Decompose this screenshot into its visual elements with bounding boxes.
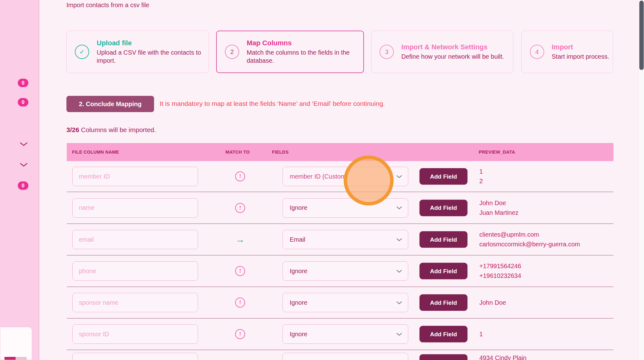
field-select[interactable]: Ignore [283,293,408,312]
field-select[interactable] [283,353,408,360]
columns-count-text: Columns will be imported. [79,126,156,133]
step-card-import-network-settings[interactable]: 3 Import & Network Settings Define how y… [371,31,513,73]
preview-line: John Doe [479,298,506,308]
preview-line: 2 [479,176,483,186]
chevron-down-icon [396,238,402,241]
field-select-value: Ignore [283,331,396,338]
preview-data: 4934 Cindy Plain [479,350,526,360]
columns-count: 3/26 [66,126,79,133]
field-select-value: Ignore [283,268,396,275]
scrollbar-thumb[interactable] [639,1,644,70]
step-card-import[interactable]: 4 Import Start import process. [521,31,613,73]
header-match-to: MATCH TO [225,143,250,161]
preview-data: 1 [479,318,483,350]
preview-line: 4934 Cindy Plain [479,353,526,360]
preview-line: clientes@upmlm.com [479,230,580,239]
field-select[interactable]: Ignore [283,198,408,218]
step-number-icon: 3 [380,45,394,59]
step-title: Map Columns [247,39,358,47]
page-title: Import contacts from a csv file [66,2,149,9]
notification-badge: 0 [18,181,28,190]
file-column-name-input[interactable] [72,324,198,344]
notification-badge: 0 [18,98,28,106]
field-select[interactable]: Ignore [283,261,408,281]
add-field-button[interactable]: Add Field [419,294,467,311]
table-row: ! Ignore Add Field John Doe [67,287,613,318]
chevron-down-icon[interactable] [19,162,28,169]
collapsed-panel[interactable] [0,327,32,360]
table-row: ! Ignore Add Field 1 [67,318,613,350]
check-icon: ✓ [75,45,89,59]
notification-badge: 0 [18,79,28,87]
warning-icon: ! [235,171,245,181]
preview-data: John Doe [479,287,506,318]
step-description: Define how your network will be built. [401,52,504,61]
chevron-down-icon [396,333,402,336]
field-select-value: Ignore [283,299,396,306]
add-field-button[interactable]: Add Field [419,200,467,216]
field-select-value: member ID (Custom) [283,173,396,180]
field-select-value: Email [283,236,396,243]
preview-line: +17991564246 [479,261,521,271]
matched-arrow-icon: → [235,234,245,244]
header-preview-data: PREVIEW_DATA [479,143,515,161]
step-number-icon: 2 [225,45,239,59]
warning-icon: ! [235,266,245,276]
step-title: Upload file [97,39,206,47]
step-card-upload-file[interactable]: ✓ Upload file Upload a CSV file with the… [66,31,209,73]
mini-progress-bar-filled [4,357,16,360]
preview-line: +19610232634 [479,271,521,281]
field-select[interactable]: Email [283,230,408,249]
field-select[interactable]: member ID (Custom) [283,167,408,186]
preview-data: clientes@upmlm.com carlosmccormick@berry… [479,224,580,255]
step-description: Start import process. [552,52,609,61]
preview-data: 1 2 [479,161,483,192]
field-select-value: Ignore [283,204,396,211]
warning-icon: ! [235,203,245,213]
preview-data: +17991564246 +19610232634 [479,255,521,287]
chevron-down-icon [396,175,402,178]
field-select[interactable]: Ignore [283,324,408,344]
table-row: ! Ignore Add Field John Doe Juan Martine… [67,192,613,224]
warning-icon: ! [235,329,245,339]
file-column-name-input[interactable] [72,293,198,312]
table-row: ! member ID (Custom) Add Field 1 2 [67,161,613,192]
step-description: Match the columns to the fields in the d… [247,48,358,65]
step-title: Import [552,43,609,51]
file-column-name-input[interactable] [72,198,198,218]
table-header: FILE COLUMN NAME MATCH TO FIELDS PREVIEW… [67,143,613,161]
file-column-name-input[interactable] [72,230,198,249]
mandatory-mapping-warning: It is mandatory to map at least the fiel… [160,100,385,107]
mini-progress-bar-track [16,357,27,360]
step-description: Upload a CSV file with the contacts to i… [97,48,206,65]
preview-line: Juan Martinez [479,208,519,218]
header-file-column-name: FILE COLUMN NAME [72,143,119,161]
step-number-icon: 4 [530,45,544,59]
step-title: Import & Network Settings [401,43,504,51]
file-column-name-input[interactable] [72,353,198,360]
table-row: Add Field 4934 Cindy Plain [67,350,613,360]
preview-data: John Doe Juan Martinez [479,192,519,224]
add-field-button[interactable]: Add Field [419,263,467,279]
add-field-button[interactable]: Add Field [419,326,467,343]
preview-line: 1 [479,167,483,176]
chevron-down-icon [396,269,402,273]
chevron-down-icon[interactable] [19,142,28,148]
add-field-button[interactable]: Add Field [419,354,467,360]
columns-count-line: 3/26 Columns will be imported. [66,126,156,134]
file-column-name-input[interactable] [72,261,198,281]
add-field-button[interactable]: Add Field [419,168,467,185]
step-card-map-columns[interactable]: 2 Map Columns Match the columns to the f… [216,31,364,73]
conclude-mapping-button[interactable]: 2. Conclude Mapping [66,96,154,112]
left-sidebar: 0 0 0 [0,0,39,360]
chevron-down-icon [396,301,402,304]
header-fields: FIELDS [272,143,288,161]
file-column-name-input[interactable] [72,167,198,186]
add-field-button[interactable]: Add Field [419,231,467,248]
scrollbar-track[interactable] [638,0,644,360]
mapping-table: ! member ID (Custom) Add Field 1 2 ! Ign… [67,161,613,360]
table-row: ! Ignore Add Field +17991564246 +1961023… [67,255,613,287]
chevron-down-icon [396,206,402,210]
preview-line: carlosmccormick@berry-guerra.com [479,239,580,249]
warning-icon: ! [235,298,245,308]
